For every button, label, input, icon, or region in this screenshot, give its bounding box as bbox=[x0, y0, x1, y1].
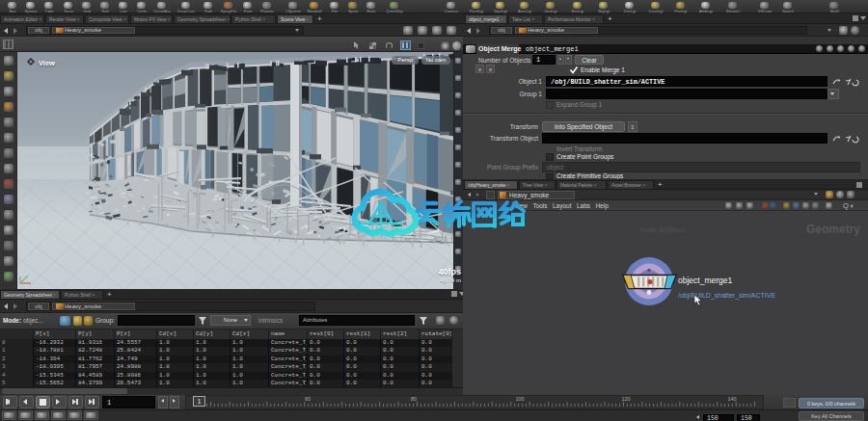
svg-text:80: 80 bbox=[411, 396, 417, 402]
svg-text:120: 120 bbox=[621, 396, 630, 402]
svg-text:140: 140 bbox=[727, 396, 736, 402]
svg-text:100: 100 bbox=[515, 396, 524, 402]
svg-text:60: 60 bbox=[305, 396, 311, 402]
